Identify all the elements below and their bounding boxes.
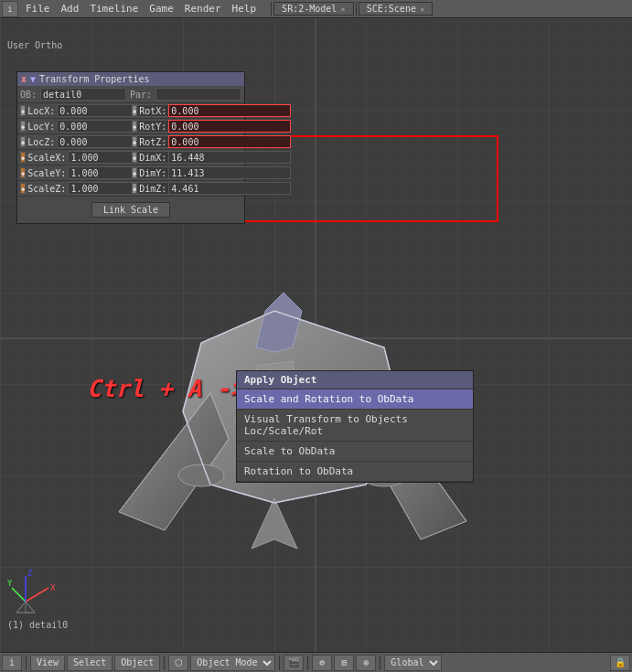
- bottom-blender-icon[interactable]: i: [2, 655, 22, 671]
- rot-z-icon: ◆: [132, 136, 137, 147]
- dim-z-icon: ◆: [132, 183, 137, 194]
- dim-x-label: DimX:: [139, 153, 166, 163]
- dim-x-label-group: ◆ DimX:: [132, 151, 241, 164]
- window-tab-model-close[interactable]: ✕: [340, 5, 345, 14]
- par-value-input[interactable]: [155, 88, 241, 101]
- scene-icon-btn[interactable]: 🎬: [284, 655, 304, 671]
- dim-z-label: DimZ:: [139, 184, 166, 194]
- window-tabs: SR:2-Model ✕ SCE:Scene ✕: [269, 2, 433, 16]
- window-tab-scene[interactable]: SCE:Scene ✕: [359, 2, 434, 16]
- snap-icon-btn[interactable]: ⊕: [312, 655, 332, 671]
- window-tab-scene-label: SCE:Scene: [367, 4, 416, 14]
- bottom-sep3: [279, 656, 280, 670]
- object-mode-select[interactable]: Object Mode: [190, 655, 275, 671]
- rot-x-input[interactable]: [168, 104, 291, 117]
- svg-marker-15: [252, 498, 297, 549]
- bottom-sep1: [26, 656, 27, 670]
- scale-y-label: ScaleY:: [27, 168, 66, 178]
- dim-y-input[interactable]: [168, 166, 291, 179]
- loc-y-icon: ◆: [20, 121, 26, 132]
- loc-z-label: LocZ:: [27, 137, 55, 147]
- rot-y-input[interactable]: [168, 120, 291, 133]
- view-label: User Ortho: [7, 40, 62, 50]
- context-menu-item-scale-rotation[interactable]: Scale and Rotation to ObData: [237, 389, 473, 410]
- menu-file[interactable]: File: [20, 2, 56, 16]
- svg-line-20: [12, 588, 26, 602]
- loc-rot-row-x: ◆ LocX: ◆ RotX:: [17, 103, 244, 119]
- dim-z-input[interactable]: [168, 182, 291, 195]
- scale-x-label-group: ◆ ScaleX:: [20, 151, 130, 164]
- window-tab-model[interactable]: SR:2-Model ✕: [273, 2, 354, 16]
- rot-z-label: RotZ:: [139, 137, 166, 147]
- scale-dim-row-x: ◆ ScaleX: ◆ DimX:: [17, 150, 244, 165]
- bottom-sep4: [307, 656, 308, 670]
- select-menu-btn[interactable]: Select: [67, 655, 112, 671]
- db-label: OB:: [20, 90, 37, 100]
- transform-panel: x ▼ Transform Properties OB: Par: ◆ LocX…: [16, 71, 245, 224]
- transform-icon-btn[interactable]: ⊞: [334, 655, 354, 671]
- scale-z-label: ScaleZ:: [27, 184, 66, 194]
- loc-z-icon: ◆: [20, 136, 26, 147]
- dim-y-label: DimY:: [139, 168, 166, 178]
- svg-marker-5: [119, 393, 229, 530]
- db-par-row: OB: Par:: [17, 86, 244, 103]
- detail-status-label: (1) detail0: [7, 620, 68, 630]
- svg-text:X: X: [50, 583, 56, 592]
- bottom-sep5: [380, 656, 380, 670]
- ctrl-a-instruction-label: Ctrl + A ->: [87, 375, 244, 402]
- global-select[interactable]: Global: [384, 655, 442, 671]
- viewport[interactable]: User Ortho x ▼ Transform Properties OB: …: [0, 18, 632, 652]
- loc-z-label-group: ◆ LocZ:: [20, 135, 130, 148]
- menu-game[interactable]: Game: [144, 2, 179, 16]
- scale-x-label: ScaleX:: [27, 153, 66, 163]
- dim-x-icon: ◆: [132, 152, 137, 163]
- menu-help[interactable]: Help: [227, 2, 262, 16]
- menu-render[interactable]: Render: [179, 2, 227, 16]
- svg-point-8: [178, 464, 224, 486]
- rot-y-icon: ◆: [132, 121, 137, 132]
- view-menu-btn[interactable]: View: [30, 655, 65, 671]
- rot-y-label: RotY:: [139, 122, 166, 132]
- context-menu-title: Apply Object: [237, 371, 473, 389]
- scale-y-icon: ◆: [20, 167, 26, 178]
- link-scale-row: Link Scale: [17, 197, 244, 223]
- apply-object-context-menu: Apply Object Scale and Rotation to ObDat…: [236, 370, 474, 483]
- rot-z-input[interactable]: [168, 135, 291, 148]
- context-menu-item-visual-transform[interactable]: Visual Transform to Objects Loc/Scale/Ro…: [237, 410, 473, 442]
- object-menu-btn[interactable]: Object: [114, 655, 160, 671]
- scale-z-label-group: ◆ ScaleZ:: [20, 182, 130, 195]
- window-tab-scene-close[interactable]: ✕: [420, 5, 424, 14]
- scale-dim-row-z: ◆ ScaleZ: ◆ DimZ:: [17, 181, 244, 197]
- panel-header: x ▼ Transform Properties: [17, 72, 244, 86]
- loc-x-label-group: ◆ LocX:: [20, 104, 130, 117]
- svg-text:Y: Y: [7, 579, 13, 588]
- scale-dim-row-y: ◆ ScaleY: ◆ DimY:: [17, 165, 244, 181]
- panel-pin[interactable]: ▼: [30, 74, 36, 84]
- panel-close-btn[interactable]: x: [21, 74, 27, 84]
- dim-y-label-group: ◆ DimY:: [132, 166, 241, 179]
- window-tab-model-label: SR:2-Model: [282, 4, 337, 14]
- loc-rot-row-z: ◆ LocZ: ◆ RotZ:: [17, 134, 244, 150]
- menu-add[interactable]: Add: [56, 2, 85, 16]
- lock-icon-btn[interactable]: 🔒: [610, 655, 630, 671]
- link-scale-button[interactable]: Link Scale: [91, 202, 170, 218]
- db-value-input[interactable]: [40, 88, 126, 101]
- loc-y-label: LocY:: [27, 122, 55, 132]
- menu-timeline[interactable]: Timeline: [84, 2, 144, 16]
- dim-z-label-group: ◆ DimZ:: [132, 182, 241, 195]
- rot-z-label-group: ◆ RotZ:: [132, 135, 241, 148]
- context-menu-item-rotation-obdata[interactable]: Rotation to ObData: [237, 462, 473, 482]
- scale-x-icon: ◆: [20, 152, 26, 163]
- svg-line-18: [26, 588, 48, 602]
- object-mode-icon[interactable]: ⬡: [168, 655, 188, 671]
- rot-y-label-group: ◆ RotY:: [132, 120, 241, 133]
- loc-x-label: LocX:: [27, 106, 55, 116]
- bottom-sep2: [164, 656, 165, 670]
- blender-icon-btn[interactable]: i: [2, 1, 18, 17]
- pivot-icon-btn[interactable]: ⊗: [356, 655, 376, 671]
- context-menu-item-scale-obdata[interactable]: Scale to ObData: [237, 442, 473, 462]
- dim-x-input[interactable]: [168, 151, 291, 164]
- rot-x-label-group: ◆ RotX:: [132, 104, 241, 117]
- loc-x-icon: ◆: [20, 105, 26, 116]
- separator2: [356, 2, 357, 16]
